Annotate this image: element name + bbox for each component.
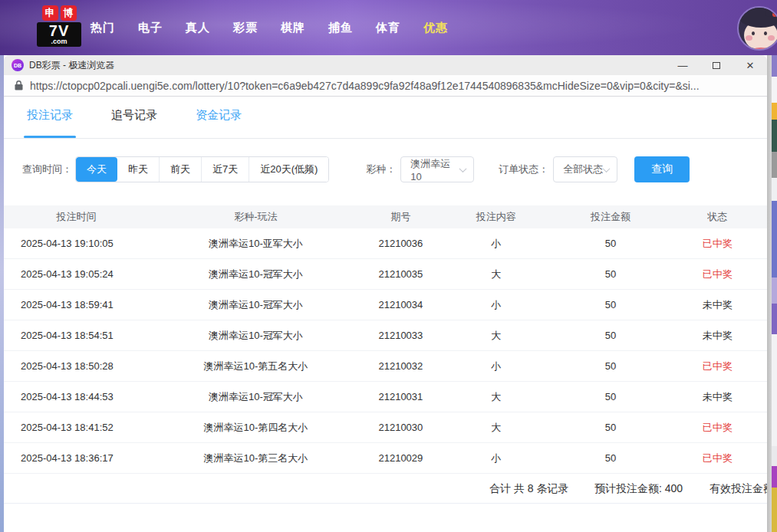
bet-time: 2025-04-13 18:41:52 bbox=[4, 422, 149, 433]
header-status: 状态 bbox=[668, 210, 767, 224]
search-button[interactable]: 查询 bbox=[634, 156, 690, 182]
minimize-icon[interactable]: — bbox=[666, 55, 700, 75]
time-option-yesterday[interactable]: 昨天 bbox=[117, 157, 159, 182]
game-play: 澳洲幸运10-第五名大小 bbox=[149, 360, 363, 373]
valid-bet-amount: 有效投注金额 bbox=[710, 474, 767, 504]
user-avatar[interactable] bbox=[737, 6, 777, 51]
order-status-value: 全部状态 bbox=[563, 163, 603, 176]
lottery-select[interactable]: 澳洲幸运10 bbox=[400, 156, 474, 182]
tab-fund-records[interactable]: 资金记录 bbox=[196, 108, 242, 138]
logo-badge: 博 bbox=[61, 5, 77, 21]
bet-time: 2025-04-13 18:44:53 bbox=[4, 391, 149, 402]
bet-content: 小 bbox=[439, 237, 553, 251]
issue-number: 21210031 bbox=[363, 391, 440, 402]
browser-tab-icon: DB bbox=[12, 59, 24, 71]
bet-content: 大 bbox=[439, 421, 553, 435]
bet-time: 2025-04-13 19:10:05 bbox=[4, 238, 149, 249]
table-row: 2025-04-13 19:05:24 澳洲幸运10-冠军大小 21210035… bbox=[4, 259, 767, 290]
order-status-select[interactable]: 全部状态 bbox=[553, 156, 617, 182]
lottery-select-value: 澳洲幸运10 bbox=[410, 157, 460, 182]
bet-content: 大 bbox=[439, 329, 553, 343]
logo-badge: 申 bbox=[42, 5, 58, 21]
page-content: 投注记录 追号记录 资金记录 查询时间： 今天 昨天 前天 近7天 近20天(低… bbox=[4, 97, 767, 532]
bet-amount: 50 bbox=[553, 268, 667, 280]
brand-logo[interactable]: 申 博 7V .com bbox=[37, 5, 81, 50]
status-label: 已中奖 bbox=[668, 360, 767, 373]
status-label: 未中奖 bbox=[668, 298, 767, 312]
maximize-icon[interactable] bbox=[700, 55, 733, 75]
table-row: 2025-04-13 18:54:51 澳洲幸运10-冠军大小 21210033… bbox=[4, 320, 767, 351]
header-amount: 投注金额 bbox=[553, 210, 667, 224]
bet-amount: 50 bbox=[553, 299, 667, 310]
expected-bet-amount: 预计投注金额: 400 bbox=[594, 474, 683, 504]
game-play: 澳洲幸运10-第三名大小 bbox=[149, 452, 363, 465]
issue-number: 21210030 bbox=[363, 422, 440, 433]
game-play: 澳洲幸运10-冠军大小 bbox=[149, 298, 363, 312]
window-title: DB彩票 - 极速浏览器 bbox=[29, 59, 114, 72]
status-label: 未中奖 bbox=[668, 329, 767, 343]
logo-suffix: .com bbox=[37, 38, 81, 45]
bet-amount: 50 bbox=[553, 391, 667, 402]
time-option-day-before[interactable]: 前天 bbox=[159, 157, 201, 182]
total-records: 合计 共 8 条记录 bbox=[489, 474, 568, 504]
time-option-7days[interactable]: 近7天 bbox=[201, 157, 249, 182]
bet-amount: 50 bbox=[553, 360, 667, 372]
nav-item-promo[interactable]: 优惠 bbox=[423, 21, 448, 35]
header-bet-time: 投注时间 bbox=[4, 210, 149, 224]
table-row: 2025-04-13 19:10:05 澳洲幸运10-亚军大小 21210036… bbox=[4, 228, 767, 259]
time-option-20days[interactable]: 近20天(低频) bbox=[249, 157, 328, 182]
time-range-group: 今天 昨天 前天 近7天 近20天(低频) bbox=[75, 156, 329, 182]
table-row: 2025-04-13 18:50:28 澳洲幸运10-第五名大小 2121003… bbox=[4, 351, 767, 382]
background-page-sliver bbox=[772, 55, 777, 532]
issue-number: 21210032 bbox=[363, 360, 440, 372]
status-label: 已中奖 bbox=[668, 452, 767, 465]
status-label: 未中奖 bbox=[668, 390, 767, 404]
header-game-play: 彩种-玩法 bbox=[149, 210, 363, 224]
nav-item-slots[interactable]: 电子 bbox=[138, 21, 163, 35]
bet-time: 2025-04-13 18:59:41 bbox=[4, 299, 149, 310]
tab-bet-records[interactable]: 投注记录 bbox=[27, 108, 73, 138]
bet-content: 小 bbox=[439, 452, 553, 465]
bet-amount: 50 bbox=[553, 452, 667, 464]
window-title-bar[interactable]: DB DB彩票 - 极速浏览器 — ✕ bbox=[4, 55, 767, 75]
time-option-today[interactable]: 今天 bbox=[76, 157, 117, 182]
issue-number: 21210033 bbox=[363, 330, 440, 341]
bet-amount: 50 bbox=[553, 238, 667, 249]
bet-content: 小 bbox=[439, 360, 553, 373]
status-label: 已中奖 bbox=[668, 237, 767, 251]
table-footer: 合计 共 8 条记录 预计投注金额: 400 有效投注金额 bbox=[4, 474, 767, 504]
nav-item-fishing[interactable]: 捕鱼 bbox=[328, 21, 353, 35]
nav-item-hot[interactable]: 热门 bbox=[91, 21, 115, 35]
site-top-bar: 申 博 7V .com 热门 电子 真人 彩票 棋牌 捕鱼 体育 优惠 bbox=[0, 0, 777, 55]
lottery-filter-label: 彩种： bbox=[366, 163, 396, 176]
nav-item-live[interactable]: 真人 bbox=[186, 21, 210, 35]
nav-item-sports[interactable]: 体育 bbox=[376, 21, 400, 35]
table-header-row: 投注时间 彩种-玩法 期号 投注内容 投注金额 状态 bbox=[4, 205, 767, 228]
table-row: 2025-04-13 18:41:52 澳洲幸运10-第四名大小 2121003… bbox=[4, 412, 767, 443]
issue-number: 21210029 bbox=[363, 452, 440, 464]
game-play: 澳洲幸运10-冠军大小 bbox=[149, 268, 363, 281]
game-play: 澳洲幸运10-第四名大小 bbox=[149, 421, 363, 435]
tab-chase-records[interactable]: 追号记录 bbox=[111, 108, 157, 138]
close-icon[interactable]: ✕ bbox=[733, 55, 767, 75]
bet-time: 2025-04-13 18:50:28 bbox=[4, 360, 149, 372]
nav-item-lottery[interactable]: 彩票 bbox=[233, 21, 258, 35]
browser-window: DB DB彩票 - 极速浏览器 — ✕ https://ctopcp02pcal… bbox=[4, 55, 767, 532]
time-filter-label: 查询时间： bbox=[22, 163, 72, 176]
game-play: 澳洲幸运10-冠军大小 bbox=[149, 329, 363, 343]
issue-number: 21210034 bbox=[363, 299, 440, 310]
bet-content: 大 bbox=[439, 390, 553, 404]
nav-item-cards[interactable]: 棋牌 bbox=[281, 21, 305, 35]
main-nav: 热门 电子 真人 彩票 棋牌 捕鱼 体育 优惠 bbox=[91, 0, 448, 55]
game-play: 澳洲幸运10-亚军大小 bbox=[149, 237, 363, 251]
logo-text: 7V bbox=[37, 23, 81, 38]
url-text: https://ctopcp02pcali.uengi5e.com/lotter… bbox=[30, 80, 759, 92]
address-bar[interactable]: https://ctopcp02pcali.uengi5e.com/lotter… bbox=[4, 75, 767, 97]
bet-amount: 50 bbox=[553, 330, 667, 341]
header-issue: 期号 bbox=[363, 210, 440, 224]
issue-number: 21210036 bbox=[363, 238, 440, 249]
bet-time: 2025-04-13 19:05:24 bbox=[4, 268, 149, 280]
order-status-label: 订单状态： bbox=[499, 163, 548, 176]
status-label: 已中奖 bbox=[668, 268, 767, 281]
bet-amount: 50 bbox=[553, 422, 667, 433]
